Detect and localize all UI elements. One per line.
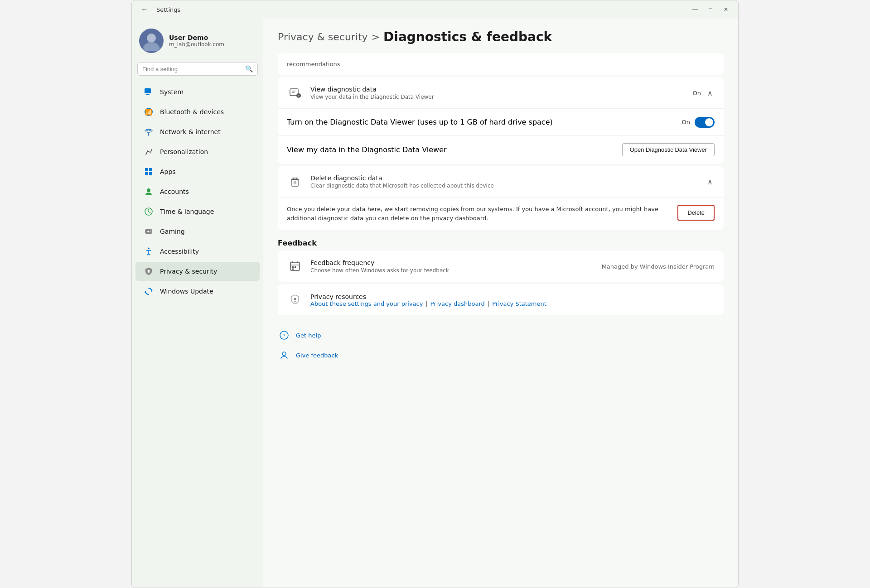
search-box[interactable]: 🔍 <box>137 62 258 76</box>
svg-rect-13 <box>149 172 152 175</box>
svg-text:?: ? <box>283 333 285 339</box>
view-diagnostic-text: View diagnostic data View your data in t… <box>310 86 686 100</box>
sidebar: User Demo m_lab@outlook.com 🔍 System 📶 B… <box>132 19 263 588</box>
view-diagnostic-chevron[interactable]: ∧ <box>706 87 715 99</box>
svg-point-22 <box>148 270 150 272</box>
delete-button[interactable]: Delete <box>677 205 715 221</box>
privacy-resources-row: Privacy resources About these settings a… <box>278 284 724 315</box>
get-help-item[interactable]: ? Get help <box>278 325 724 345</box>
search-input[interactable] <box>142 66 242 72</box>
sidebar-item-personalization[interactable]: Personalization <box>135 142 260 161</box>
view-diagnostic-subtitle: View your data in the Diagnostic Data Vi… <box>310 94 686 100</box>
apps-icon <box>144 167 154 177</box>
settings-window: ← Settings — □ ✕ User Demo m_ <box>131 0 739 588</box>
delete-diagnostic-chevron[interactable]: ∧ <box>706 176 715 188</box>
update-icon <box>144 286 154 296</box>
delete-diagnostic-text: Delete diagnostic data Clear diagnostic … <box>310 174 698 189</box>
open-viewer-control: Open Diagnostic Data Viewer <box>622 143 715 156</box>
sidebar-item-accessibility[interactable]: Accessibility <box>135 242 260 261</box>
time-icon <box>144 207 154 217</box>
page-header: Privacy & security > Diagnostics & feedb… <box>278 19 724 53</box>
sidebar-item-privacy[interactable]: Privacy & security <box>135 262 260 281</box>
feedback-section-label: Feedback <box>278 239 724 247</box>
privacy-resources-card: Privacy resources About these settings a… <box>278 284 724 315</box>
window-title: Settings <box>156 6 180 13</box>
svg-rect-41 <box>292 269 294 270</box>
svg-rect-28 <box>292 179 298 186</box>
svg-point-1 <box>147 34 156 43</box>
view-diagnostic-card: ? View diagnostic data View your data in… <box>278 77 724 164</box>
diagnostic-viewer-toggle[interactable] <box>695 117 715 128</box>
back-button[interactable]: ← <box>137 4 152 15</box>
delete-diagnostic-icon <box>287 174 303 190</box>
open-viewer-text: View my data in the Diagnostic Data View… <box>287 145 447 154</box>
sidebar-label-time: Time & language <box>160 208 214 215</box>
delete-diagnostic-card: Delete diagnostic data Clear diagnostic … <box>278 166 724 230</box>
svg-rect-11 <box>149 168 152 171</box>
svg-rect-2 <box>144 43 159 51</box>
privacy-link-3[interactable]: Privacy Statement <box>492 300 546 307</box>
feedback-frequency-title: Feedback frequency <box>310 259 594 266</box>
sidebar-label-gaming: Gaming <box>160 228 185 235</box>
delete-diagnostic-subtitle: Clear diagnostic data that Microsoft has… <box>310 183 698 189</box>
sidebar-item-update[interactable]: Windows Update <box>135 282 260 301</box>
system-icon <box>144 87 154 97</box>
get-help-text: Get help <box>296 332 321 339</box>
sidebar-item-time[interactable]: Time & language <box>135 202 260 221</box>
view-diagnostic-status: On <box>693 90 701 96</box>
search-icon: 🔍 <box>245 65 253 72</box>
toggle-label: Turn on the Diagnostic Data Viewer (uses… <box>287 118 675 126</box>
title-bar-left: ← Settings <box>137 4 180 15</box>
help-section: ? Get help Give feedback <box>278 318 724 372</box>
open-diagnostic-viewer-button[interactable]: Open Diagnostic Data Viewer <box>622 143 715 156</box>
feedback-frequency-icon <box>287 258 303 275</box>
delete-description: Once you delete your data here, we start… <box>287 205 668 222</box>
managed-text: Managed by Windows Insider Program <box>602 263 715 270</box>
user-section: User Demo m_lab@outlook.com <box>132 23 263 62</box>
breadcrumb-parent: Privacy & security <box>278 31 368 43</box>
privacy-resources-icon <box>287 292 303 308</box>
get-help-icon: ? <box>278 329 290 342</box>
sidebar-label-accessibility: Accessibility <box>160 248 199 255</box>
toggle-status: On <box>682 119 690 125</box>
view-diagnostic-icon: ? <box>287 85 303 101</box>
feedback-frequency-row: Feedback frequency Choose how often Wind… <box>278 251 724 282</box>
sidebar-item-accounts[interactable]: Accounts <box>135 182 260 201</box>
minimize-button[interactable]: — <box>688 4 702 15</box>
truncated-text: recommendations <box>287 61 340 67</box>
view-diagnostic-title: View diagnostic data <box>310 86 686 93</box>
sidebar-item-network[interactable]: Network & internet <box>135 122 260 141</box>
user-email: m_lab@outlook.com <box>169 41 224 48</box>
maximize-button[interactable]: □ <box>704 4 717 15</box>
view-diagnostic-header-row: ? View diagnostic data View your data in… <box>278 77 724 109</box>
svg-rect-3 <box>145 88 151 93</box>
feedback-frequency-control: Managed by Windows Insider Program <box>602 263 715 270</box>
sidebar-label-accounts: Accounts <box>160 188 189 195</box>
content-area: Privacy & security > Diagnostics & feedb… <box>263 19 738 588</box>
delete-diagnostic-control: ∧ <box>706 176 715 188</box>
give-feedback-text: Give feedback <box>296 352 338 359</box>
delete-section: Once you delete your data here, we start… <box>278 198 724 230</box>
svg-rect-10 <box>145 168 148 171</box>
sidebar-item-bluetooth[interactable]: 📶 Bluetooth & devices <box>135 102 260 121</box>
close-button[interactable]: ✕ <box>719 4 733 15</box>
breadcrumb-separator: > <box>372 31 380 43</box>
svg-point-9 <box>150 152 151 154</box>
privacy-resources-text: Privacy resources About these settings a… <box>310 293 715 307</box>
avatar <box>139 29 164 53</box>
svg-point-45 <box>282 352 286 356</box>
accessibility-icon <box>144 246 154 256</box>
user-name: User Demo <box>169 34 224 41</box>
toggle-row: Turn on the Diagnostic Data Viewer (uses… <box>278 109 724 136</box>
give-feedback-item[interactable]: Give feedback <box>278 345 724 365</box>
svg-point-20 <box>150 231 150 232</box>
sidebar-item-system[interactable]: System <box>135 82 260 101</box>
sidebar-item-apps[interactable]: Apps <box>135 162 260 181</box>
give-feedback-icon <box>278 349 290 361</box>
privacy-link-2[interactable]: Privacy dashboard <box>430 300 485 307</box>
privacy-link-1[interactable]: About these settings and your privacy <box>310 300 423 307</box>
gaming-icon <box>144 227 154 236</box>
sidebar-label-privacy: Privacy & security <box>160 268 217 275</box>
sidebar-item-gaming[interactable]: Gaming <box>135 222 260 241</box>
delete-diagnostic-title: Delete diagnostic data <box>310 174 698 182</box>
